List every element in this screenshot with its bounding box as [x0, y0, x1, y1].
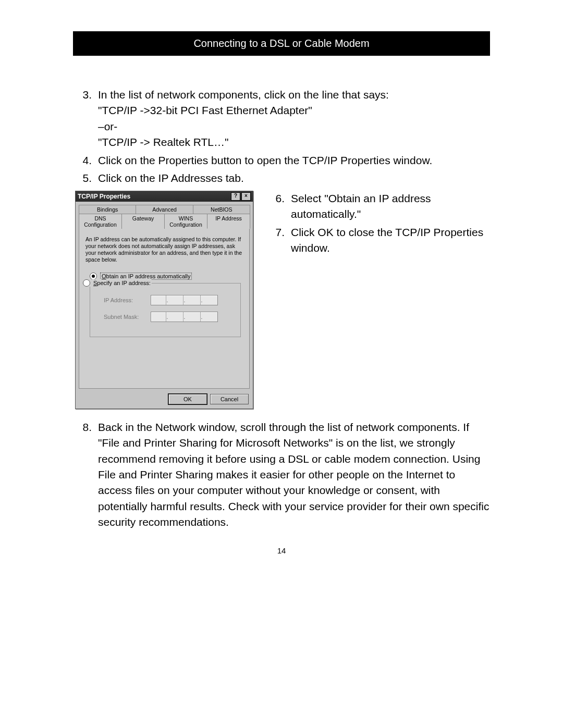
ip-address-row: IP Address: . . .: [104, 295, 235, 305]
page-number: 14: [73, 546, 490, 555]
document-page: Connecting to a DSL or Cable Modem 3. In…: [0, 0, 563, 586]
close-button[interactable]: ×: [241, 192, 251, 201]
tab-strip: Bindings Advanced NetBIOS DNS Configurat…: [76, 202, 253, 390]
step-4: 4. Click on the Properties button to ope…: [73, 153, 490, 168]
tab-wins-configuration[interactable]: WINS Configuration: [164, 214, 207, 229]
step-number: 4.: [73, 153, 98, 168]
step-number: 8.: [73, 419, 98, 530]
step-number: 7.: [266, 225, 291, 256]
radio-specify-label: Specify an IP address:: [93, 280, 151, 286]
dialog-button-row: OK Cancel: [76, 390, 253, 409]
help-button[interactable]: ?: [231, 192, 240, 201]
ok-button[interactable]: OK: [168, 394, 207, 404]
tab-netbios[interactable]: NetBIOS: [193, 205, 250, 214]
instruction-list-bottom: 8. Back in the Network window, scroll th…: [73, 419, 490, 530]
step-7: 7. Click OK to close the TCP/IP Properti…: [266, 225, 490, 256]
radio-icon: [90, 273, 97, 280]
radio-obtain-label: Obtain an IP address automatically: [100, 273, 192, 280]
tab-bindings[interactable]: Bindings: [79, 205, 136, 214]
section-header-text: Connecting to a DSL or Cable Modem: [193, 38, 369, 49]
tab-row-back: Bindings Advanced NetBIOS: [79, 205, 250, 214]
tab-ip-address[interactable]: IP Address: [207, 214, 250, 229]
tab-dns-configuration[interactable]: DNS Configuration: [79, 214, 122, 229]
step-text: Click on the IP Addresses tab.: [98, 170, 490, 186]
dialog-title: TCP/IP Properties: [78, 193, 230, 200]
step-text: Back in the Network window, scroll throu…: [98, 419, 490, 530]
panel-description: An IP address can be automatically assig…: [85, 236, 243, 264]
tab-gateway[interactable]: Gateway: [121, 214, 165, 229]
dialog-titlebar: TCP/IP Properties ? ×: [76, 191, 253, 202]
tcpip-properties-dialog: TCP/IP Properties ? × Bindings Advanced …: [75, 191, 253, 409]
section-header: Connecting to a DSL or Cable Modem: [73, 31, 490, 56]
step-text: Select "Obtain an IP address automatical…: [291, 191, 490, 223]
specify-ip-group: Specify an IP address: IP Address: . . .: [90, 283, 241, 337]
step-8: 8. Back in the Network window, scroll th…: [73, 419, 490, 530]
radio-specify-ip[interactable]: Specify an IP address:: [82, 279, 152, 287]
step-6: 6. Select "Obtain an IP address automati…: [266, 191, 490, 223]
step-number: 6.: [266, 191, 291, 223]
tab-row-front: DNS Configuration Gateway WINS Configura…: [79, 214, 250, 229]
step-5: 5. Click on the IP Addresses tab.: [73, 170, 490, 186]
right-instruction-column: 6. Select "Obtain an IP address automati…: [266, 191, 490, 409]
instruction-list: 3. In the list of network components, cl…: [73, 87, 490, 187]
radio-icon: [83, 279, 90, 287]
step-text: Click OK to close the TCP/IP Properties …: [291, 225, 490, 256]
cancel-button[interactable]: Cancel: [210, 394, 249, 404]
subnet-mask-input[interactable]: . . .: [151, 312, 218, 322]
figure-and-steps-row: TCP/IP Properties ? × Bindings Advanced …: [73, 191, 490, 409]
ip-address-label: IP Address:: [104, 297, 151, 303]
dialog-figure: TCP/IP Properties ? × Bindings Advanced …: [75, 191, 253, 409]
ip-address-input[interactable]: . . .: [151, 295, 218, 305]
step-text: Click on the Properties button to open t…: [98, 153, 490, 168]
step-number: 5.: [73, 170, 98, 186]
tab-panel-ip-address: An IP address can be automatically assig…: [79, 228, 250, 389]
step-number: 3.: [73, 87, 98, 151]
instruction-list-right: 6. Select "Obtain an IP address automati…: [266, 191, 490, 256]
step-3: 3. In the list of network components, cl…: [73, 87, 490, 151]
subnet-mask-label: Subnet Mask:: [104, 314, 151, 320]
radio-obtain-auto[interactable]: Obtain an IP address automatically: [90, 273, 243, 280]
tab-advanced[interactable]: Advanced: [136, 205, 193, 214]
step-text: In the list of network components, click…: [98, 87, 490, 151]
subnet-mask-row: Subnet Mask: . . .: [104, 312, 235, 322]
